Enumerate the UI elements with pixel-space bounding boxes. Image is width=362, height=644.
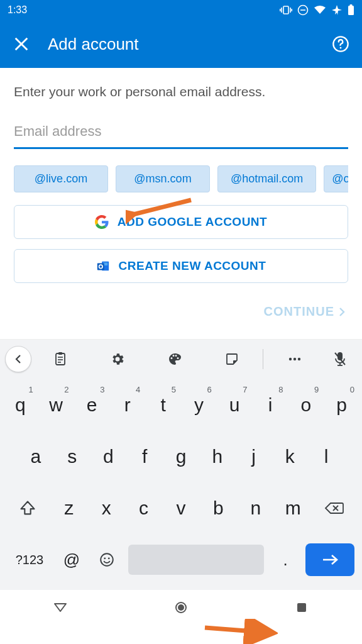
svg-point-33 [101,553,113,566]
key-x[interactable]: x [87,486,124,531]
key-shift[interactable] [5,486,50,531]
key-enter[interactable] [305,543,354,576]
svg-rect-16 [97,263,104,270]
sticker-icon [225,352,239,366]
help-button[interactable] [332,35,349,53]
svg-rect-39 [297,603,306,612]
kb-mic-button[interactable] [323,351,357,367]
key-at[interactable]: @ [54,537,89,582]
key-k[interactable]: k [272,434,308,479]
key-l[interactable]: l [308,434,344,479]
kbd-row-2: a s d f g h j k l [3,434,359,479]
chip-overflow[interactable]: @o [324,165,348,192]
nav-home[interactable] [168,595,194,620]
arrow-right-icon [321,553,339,566]
add-google-account-button[interactable]: ADD GOOGLE ACCOUNT [14,205,348,239]
key-y[interactable]: y6 [181,382,217,428]
help-icon [332,35,349,53]
square-icon [295,601,308,614]
key-t[interactable]: t5 [145,382,181,428]
kb-theme-button[interactable] [146,352,203,367]
key-m[interactable]: m [275,486,312,531]
email-input[interactable] [14,117,348,149]
add-google-account-label: ADD GOOGLE ACCOUNT [118,215,267,229]
key-i[interactable]: i8 [253,382,288,428]
chip-hotmail[interactable]: @hotmail.com [217,165,316,192]
kbd-row-3: z x c v b n m [3,486,359,531]
svg-rect-0 [283,6,288,14]
triangle-down-icon [53,602,68,613]
nav-recents[interactable] [289,595,314,620]
key-a[interactable]: a [18,434,54,479]
circle-icon [174,601,188,614]
key-n[interactable]: n [237,486,274,531]
key-period[interactable]: . [268,537,303,582]
outlook-icon [96,259,110,273]
key-p[interactable]: p0 [324,382,359,428]
key-w[interactable]: w2 [38,382,74,428]
wifi-icon [314,5,326,15]
svg-rect-7 [348,6,354,15]
kbd-row-4: ?123 @ . [3,537,359,582]
status-bar: 1:33 [0,0,362,20]
keyboard: q1 w2 e3 r4 t5 y6 u7 i8 o9 p0 a s d f g … [0,379,362,590]
status-icons [280,4,354,16]
domain-chips: @live.com @msn.com @hotmail.com @o [14,165,348,192]
google-icon [95,215,109,229]
key-e[interactable]: e3 [74,382,110,428]
clipboard-icon [53,352,67,367]
battery-icon [348,4,354,16]
close-icon [13,35,30,53]
svg-line-18 [205,628,270,633]
key-d[interactable]: d [90,434,127,479]
shift-icon [19,499,36,517]
dnd-icon [297,4,309,16]
key-h[interactable]: h [199,434,236,479]
key-c[interactable]: c [125,486,162,531]
kb-more-button[interactable] [266,357,323,362]
vibrate-icon [280,5,292,15]
key-symbols[interactable]: ?123 [5,537,54,582]
chip-live[interactable]: @live.com [14,165,108,192]
key-j[interactable]: j [236,434,272,479]
svg-rect-19 [56,353,65,365]
chevron-left-icon [14,354,23,364]
key-space[interactable] [128,545,264,575]
svg-point-38 [178,604,184,611]
create-new-account-button[interactable]: CREATE NEW ACCOUNT [14,249,348,283]
mic-off-icon [333,351,347,367]
svg-point-26 [297,358,300,360]
emoji-icon [99,552,115,568]
create-new-account-label: CREATE NEW ACCOUNT [119,259,266,273]
key-z[interactable]: z [50,486,87,531]
app-header: Add account [0,20,362,68]
key-emoji[interactable] [89,537,124,582]
key-g[interactable]: g [163,434,199,479]
continue-button[interactable]: CONTINUE [264,304,346,319]
key-r[interactable]: r4 [109,382,145,428]
more-icon [287,357,302,362]
kb-sticker-button[interactable] [203,352,260,366]
kb-separator [263,349,263,369]
kbd-row-1: q1 w2 e3 r4 t5 y6 u7 i8 o9 p0 [3,382,359,428]
nav-back[interactable] [48,595,73,620]
kb-settings-button[interactable] [89,352,146,367]
key-b[interactable]: b [200,486,237,531]
svg-point-12 [340,47,342,49]
svg-point-35 [108,557,110,559]
gear-icon [110,352,125,367]
close-button[interactable] [13,35,30,53]
key-f[interactable]: f [126,434,163,479]
key-u[interactable]: u7 [217,382,253,428]
key-v[interactable]: v [162,486,199,531]
kb-clipboard-button[interactable] [31,352,89,367]
svg-point-34 [104,557,106,559]
key-o[interactable]: o9 [288,382,324,428]
chip-msn[interactable]: @msn.com [116,165,210,192]
key-q[interactable]: q1 [3,382,38,428]
chevron-right-icon [338,307,346,317]
kb-collapse-button[interactable] [5,346,31,372]
page-title: Add account [48,35,314,54]
key-backspace[interactable] [312,486,357,531]
key-s[interactable]: s [54,434,90,479]
